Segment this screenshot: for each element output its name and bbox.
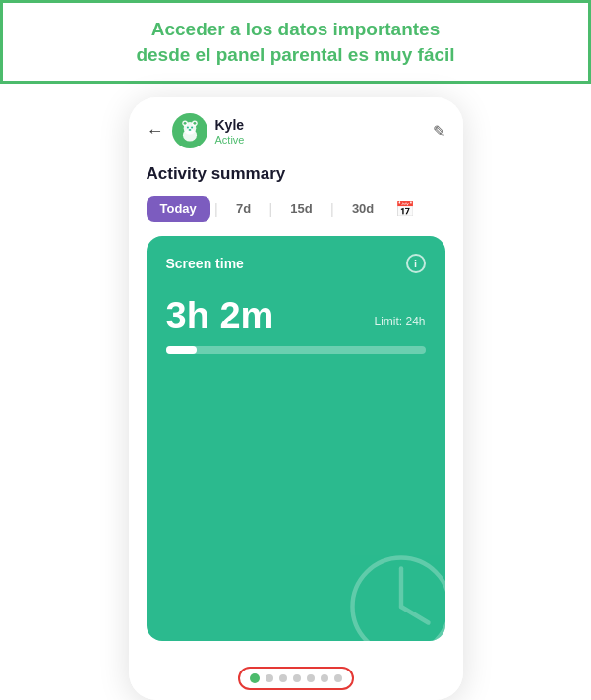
banner-text: Acceder a los datos importantesdesde el …: [23, 17, 568, 67]
svg-point-5: [193, 122, 196, 125]
dot-6[interactable]: [321, 674, 328, 682]
tab-divider-3: |: [330, 201, 334, 218]
dot-5[interactable]: [307, 674, 315, 682]
dots-wrapper: [238, 667, 354, 690]
dot-4[interactable]: [293, 674, 301, 682]
svg-point-8: [188, 129, 191, 131]
dot-2[interactable]: [266, 674, 273, 682]
time-value: 3h 2m: [166, 297, 274, 334]
dot-7[interactable]: [334, 674, 342, 682]
card-header: Screen time i: [166, 254, 426, 273]
svg-point-6: [186, 127, 188, 129]
user-name: Kyle: [215, 117, 245, 134]
limit-text: Limit: 24h: [374, 315, 425, 334]
tab-divider-1: |: [214, 201, 218, 218]
progress-bar-container: [166, 346, 426, 354]
phone-frame: ←: [129, 97, 463, 700]
time-display: 3h 2m Limit: 24h: [166, 297, 426, 334]
clock-decoration: [347, 553, 445, 641]
phone-header: ←: [129, 97, 463, 158]
user-info: Kyle Active: [215, 117, 245, 146]
edit-icon[interactable]: ✎: [433, 122, 445, 141]
card-title: Screen time: [166, 256, 244, 271]
banner: Acceder a los datos importantesdesde el …: [0, 0, 591, 84]
section-title: Activity summary: [147, 164, 445, 184]
header-left: ←: [147, 113, 245, 148]
svg-point-9: [352, 558, 445, 642]
pagination-dots: [129, 653, 463, 700]
tab-today[interactable]: Today: [147, 196, 210, 222]
time-tabs: Today | 7d | 15d | 30d 📅: [147, 196, 445, 222]
dot-3[interactable]: [279, 674, 287, 682]
phone-content: Activity summary Today | 7d | 15d | 30d …: [129, 158, 463, 653]
svg-point-4: [183, 122, 186, 125]
dot-1[interactable]: [250, 673, 260, 683]
back-button[interactable]: ←: [147, 121, 164, 142]
progress-bar-fill: [166, 346, 198, 354]
info-icon[interactable]: i: [406, 254, 426, 273]
avatar: [172, 113, 207, 148]
tab-15d[interactable]: 15d: [276, 196, 325, 222]
tab-divider-2: |: [268, 201, 272, 218]
user-status: Active: [215, 134, 245, 146]
tab-30d[interactable]: 30d: [338, 196, 387, 222]
screen-time-card: Screen time i 3h 2m Limit: 24h: [147, 236, 445, 641]
tab-7d[interactable]: 7d: [222, 196, 265, 222]
svg-point-7: [191, 127, 193, 129]
calendar-icon[interactable]: 📅: [395, 200, 415, 218]
svg-line-11: [401, 607, 429, 623]
